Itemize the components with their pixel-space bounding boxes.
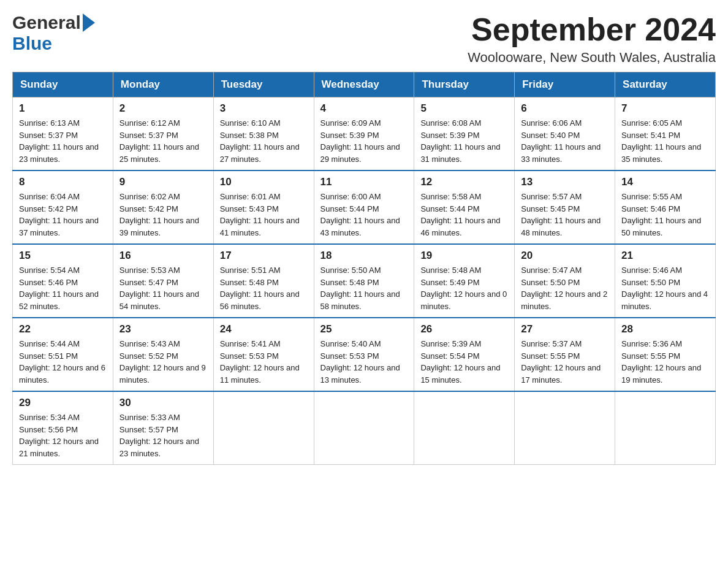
table-row: 13 Sunrise: 5:57 AMSunset: 5:45 PMDaylig… (515, 170, 615, 244)
day-info: Sunrise: 5:46 AMSunset: 5:50 PMDaylight:… (621, 266, 708, 311)
day-number: 4 (320, 102, 408, 115)
day-number: 23 (119, 323, 207, 335)
table-row (515, 391, 615, 465)
day-number: 24 (220, 323, 308, 335)
table-row: 10 Sunrise: 6:01 AMSunset: 5:43 PMDaylig… (213, 170, 314, 244)
day-number: 9 (119, 176, 207, 188)
day-info: Sunrise: 5:47 AMSunset: 5:50 PMDaylight:… (521, 266, 607, 311)
day-number: 18 (320, 250, 408, 262)
day-info: Sunrise: 5:37 AMSunset: 5:55 PMDaylight:… (521, 339, 601, 385)
day-info: Sunrise: 5:33 AMSunset: 5:57 PMDaylight:… (119, 413, 199, 458)
day-info: Sunrise: 5:34 AMSunset: 5:56 PMDaylight:… (19, 413, 99, 458)
table-row: 5 Sunrise: 6:08 AMSunset: 5:39 PMDayligh… (414, 98, 515, 171)
day-info: Sunrise: 6:06 AMSunset: 5:40 PMDaylight:… (521, 118, 601, 164)
table-row: 6 Sunrise: 6:06 AMSunset: 5:40 PMDayligh… (515, 98, 615, 171)
table-row: 23 Sunrise: 5:43 AMSunset: 5:52 PMDaylig… (113, 318, 213, 391)
day-number: 27 (521, 323, 609, 335)
table-row (314, 391, 414, 465)
day-info: Sunrise: 5:51 AMSunset: 5:48 PMDaylight:… (220, 266, 300, 311)
calendar-week-row: 15 Sunrise: 5:54 AMSunset: 5:46 PMDaylig… (13, 244, 716, 318)
table-row: 26 Sunrise: 5:39 AMSunset: 5:54 PMDaylig… (414, 318, 515, 391)
day-info: Sunrise: 5:41 AMSunset: 5:53 PMDaylight:… (220, 339, 300, 385)
table-row: 21 Sunrise: 5:46 AMSunset: 5:50 PMDaylig… (615, 244, 716, 318)
day-info: Sunrise: 6:10 AMSunset: 5:38 PMDaylight:… (220, 118, 300, 164)
day-number: 30 (119, 397, 207, 409)
table-row: 17 Sunrise: 5:51 AMSunset: 5:48 PMDaylig… (213, 244, 314, 318)
table-row (414, 391, 515, 465)
day-number: 19 (420, 250, 508, 262)
day-info: Sunrise: 6:05 AMSunset: 5:41 PMDaylight:… (621, 118, 701, 164)
day-number: 12 (420, 176, 508, 188)
day-number: 20 (521, 250, 609, 262)
table-row: 12 Sunrise: 5:58 AMSunset: 5:44 PMDaylig… (414, 170, 515, 244)
day-number: 7 (621, 102, 709, 115)
day-number: 3 (220, 102, 308, 115)
table-row (213, 391, 314, 465)
day-number: 15 (19, 250, 107, 262)
table-row: 20 Sunrise: 5:47 AMSunset: 5:50 PMDaylig… (515, 244, 615, 318)
day-number: 28 (621, 323, 709, 335)
day-info: Sunrise: 5:54 AMSunset: 5:46 PMDaylight:… (19, 266, 99, 311)
svg-marker-0 (83, 13, 95, 32)
day-number: 10 (220, 176, 308, 188)
table-row: 24 Sunrise: 5:41 AMSunset: 5:53 PMDaylig… (213, 318, 314, 391)
table-row: 7 Sunrise: 6:05 AMSunset: 5:41 PMDayligh… (615, 98, 716, 171)
day-info: Sunrise: 5:55 AMSunset: 5:46 PMDaylight:… (621, 192, 701, 237)
day-number: 11 (320, 176, 408, 188)
table-row: 9 Sunrise: 6:02 AMSunset: 5:42 PMDayligh… (113, 170, 213, 244)
page-header: General Blue September 2024 Woolooware, … (12, 12, 716, 66)
day-number: 13 (521, 176, 609, 188)
day-info: Sunrise: 5:58 AMSunset: 5:44 PMDaylight:… (420, 192, 500, 237)
month-year-title: September 2024 (468, 12, 716, 47)
day-info: Sunrise: 5:57 AMSunset: 5:45 PMDaylight:… (521, 192, 601, 237)
day-info: Sunrise: 5:53 AMSunset: 5:47 PMDaylight:… (119, 266, 199, 311)
table-row: 4 Sunrise: 6:09 AMSunset: 5:39 PMDayligh… (314, 98, 414, 171)
header-sunday: Sunday (13, 72, 113, 98)
day-info: Sunrise: 6:00 AMSunset: 5:44 PMDaylight:… (320, 192, 400, 237)
header-saturday: Saturday (615, 72, 716, 98)
day-info: Sunrise: 5:50 AMSunset: 5:48 PMDaylight:… (320, 266, 400, 311)
day-number: 21 (621, 250, 709, 262)
day-number: 25 (320, 323, 408, 335)
day-number: 26 (420, 323, 508, 335)
logo-blue-text: Blue (12, 33, 52, 54)
table-row: 22 Sunrise: 5:44 AMSunset: 5:51 PMDaylig… (13, 318, 113, 391)
table-row: 18 Sunrise: 5:50 AMSunset: 5:48 PMDaylig… (314, 244, 414, 318)
header-tuesday: Tuesday (213, 72, 314, 98)
logo-chevron-icon (82, 13, 95, 32)
logo-general-text: General (12, 12, 81, 33)
table-row: 25 Sunrise: 5:40 AMSunset: 5:53 PMDaylig… (314, 318, 414, 391)
day-info: Sunrise: 6:13 AMSunset: 5:37 PMDaylight:… (19, 118, 99, 164)
day-number: 1 (19, 102, 107, 115)
table-row: 8 Sunrise: 6:04 AMSunset: 5:42 PMDayligh… (13, 170, 113, 244)
day-number: 5 (420, 102, 508, 115)
table-row: 15 Sunrise: 5:54 AMSunset: 5:46 PMDaylig… (13, 244, 113, 318)
table-row: 19 Sunrise: 5:48 AMSunset: 5:49 PMDaylig… (414, 244, 515, 318)
day-info: Sunrise: 6:08 AMSunset: 5:39 PMDaylight:… (420, 118, 500, 164)
day-number: 16 (119, 250, 207, 262)
day-info: Sunrise: 5:40 AMSunset: 5:53 PMDaylight:… (320, 339, 400, 385)
table-row: 2 Sunrise: 6:12 AMSunset: 5:37 PMDayligh… (113, 98, 213, 171)
day-info: Sunrise: 6:04 AMSunset: 5:42 PMDaylight:… (19, 192, 99, 237)
table-row: 3 Sunrise: 6:10 AMSunset: 5:38 PMDayligh… (213, 98, 314, 171)
table-row: 1 Sunrise: 6:13 AMSunset: 5:37 PMDayligh… (13, 98, 113, 171)
header-friday: Friday (515, 72, 615, 98)
calendar-week-row: 29 Sunrise: 5:34 AMSunset: 5:56 PMDaylig… (13, 391, 716, 465)
table-row: 16 Sunrise: 5:53 AMSunset: 5:47 PMDaylig… (113, 244, 213, 318)
day-number: 6 (521, 102, 609, 115)
table-row: 28 Sunrise: 5:36 AMSunset: 5:55 PMDaylig… (615, 318, 716, 391)
calendar-week-row: 8 Sunrise: 6:04 AMSunset: 5:42 PMDayligh… (13, 170, 716, 244)
logo: General Blue (12, 12, 95, 54)
table-row: 14 Sunrise: 5:55 AMSunset: 5:46 PMDaylig… (615, 170, 716, 244)
day-info: Sunrise: 5:39 AMSunset: 5:54 PMDaylight:… (420, 339, 500, 385)
day-number: 17 (220, 250, 308, 262)
day-number: 8 (19, 176, 107, 188)
day-info: Sunrise: 6:01 AMSunset: 5:43 PMDaylight:… (220, 192, 300, 237)
table-row: 27 Sunrise: 5:37 AMSunset: 5:55 PMDaylig… (515, 318, 615, 391)
day-info: Sunrise: 6:12 AMSunset: 5:37 PMDaylight:… (119, 118, 199, 164)
day-info: Sunrise: 5:48 AMSunset: 5:49 PMDaylight:… (420, 266, 507, 311)
day-info: Sunrise: 5:36 AMSunset: 5:55 PMDaylight:… (621, 339, 701, 385)
table-row (615, 391, 716, 465)
calendar-table: Sunday Monday Tuesday Wednesday Thursday… (12, 72, 716, 465)
weekday-header-row: Sunday Monday Tuesday Wednesday Thursday… (13, 72, 716, 98)
